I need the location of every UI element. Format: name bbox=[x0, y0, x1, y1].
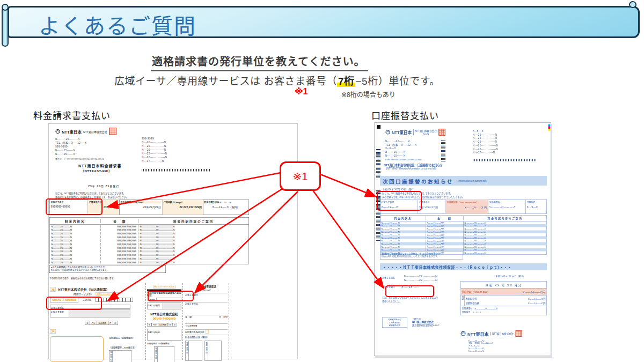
payment-code-line: 9999999999&19999&19999&19511 bbox=[385, 159, 422, 161]
slip-notice-column: 28 NTT東日本株式会社（払込通知票） （専用サービス等） 通常払込料金加入者… bbox=[50, 283, 144, 360]
notice-band: 次回口座振替のお知らせ （Information on current bill… bbox=[380, 176, 547, 186]
issuer-block: （発行元） NTT東日本株式会社 東京都新宿区西新宿3-19-2 bbox=[412, 317, 440, 327]
highlight-box-slip-customer-number bbox=[46, 297, 102, 310]
debit-header: NTT東日本 NTT東日本株式会社 N-5-N bbox=[385, 129, 445, 136]
table-row: N--------20--------N X------15------X円 N… bbox=[380, 239, 547, 242]
table-row: N--------20--------N 999,999,999,999 N--… bbox=[50, 260, 249, 264]
document-title: NTT東日本料金等領収証・口座振替のお知らせ [NTT EAST Receipt… bbox=[384, 163, 443, 170]
payment-code-line: 専用コード 9999999999&19999&19999&19511 bbox=[55, 158, 104, 160]
slip-copy-customer-number-field: お客さま番号 bbox=[147, 302, 181, 309]
table-header: 料金内訳名 金 額 料金内訳内容のご案内 bbox=[380, 216, 547, 221]
company-seal-stamp bbox=[438, 129, 445, 136]
table-row: N--------20--------N X------15------X円 N… bbox=[380, 233, 547, 237]
debit-amount-cell: 次回振替額（Total amount due） X------14------X… bbox=[446, 200, 488, 214]
table-row: N--------20--------N 999,999,999,999 N--… bbox=[50, 242, 249, 246]
recipient-address-block: 999-9999N---20-------------N N---20-----… bbox=[142, 137, 167, 163]
table-row: N--------20--------N X------15------X円 N… bbox=[380, 227, 547, 231]
account-number-cell: 口座番号 X---9---X bbox=[526, 200, 547, 214]
arrow-to-debit-customer-number bbox=[320, 174, 375, 196]
slide: よくあるご質問 適格請求書の発行単位を教えてください。 広域イーサ／専用線サービ… bbox=[0, 0, 644, 362]
address-window bbox=[50, 336, 104, 362]
table-row: N--------20--------N 999,999,999,999 N--… bbox=[50, 246, 249, 250]
invoice-document: NTT東日本 NTT東日本株式会社 N--------20--------NTE… bbox=[48, 123, 298, 359]
slip-code-28: 28 bbox=[50, 287, 56, 291]
ntt-logo-icon bbox=[55, 129, 60, 134]
charge-breakdown-table: 料金内訳名 金 額 料金内訳内容のご案内 N--------20--------… bbox=[380, 215, 547, 255]
table-row: N--------20--------N 999,999,999,999 N--… bbox=[50, 253, 249, 257]
table-row: N--------20--------N X------15------X円 N… bbox=[380, 242, 547, 246]
color-registration-dots bbox=[548, 124, 551, 131]
brand-name: NTT東日本 bbox=[62, 129, 82, 135]
payment-date-strip: 年月分 払込期限 月日 bbox=[85, 321, 144, 326]
receipt-stamp-box: 領収日付印 bbox=[109, 350, 131, 362]
banner-scroll-curl-right bbox=[629, 1, 636, 8]
late-fee-note: ●お支払期限後に支払われた場合は年14.5％（1日当たり約0.04％）の延滞利息… bbox=[49, 265, 166, 273]
footer-contact-lines: N------15------N TEL（無料）X----12----X 〒X-… bbox=[469, 339, 493, 352]
receipt-stamp-box: 領収日付印 bbox=[154, 346, 174, 362]
section-label-transfer: 口座振替支払い bbox=[371, 108, 439, 122]
bill-month-cell: ご請求年月 令和 XX年XX月分 bbox=[418, 200, 446, 214]
customer-barcode bbox=[473, 159, 537, 161]
note-8keta: ※8桁の場合もあり bbox=[341, 90, 396, 99]
contact-cell: 料金お問合せ先 N----10----N X-----12-----X（無料） bbox=[203, 200, 249, 215]
highlight-box-debit-customer-number bbox=[377, 191, 422, 211]
company-seal-stamp bbox=[515, 330, 522, 337]
table-row: N--------20--------N 999,999,999,999 N--… bbox=[50, 239, 249, 242]
customer-barcode bbox=[142, 169, 210, 172]
company-name: NTT東日本株式会社 bbox=[83, 129, 107, 134]
table-header: 料金内訳名 金 額 料金内訳内容のご案内 bbox=[50, 218, 249, 225]
table-row: N--------20--------N 999,999,999,999 N--… bbox=[50, 225, 249, 228]
receipt-stamp-box: 領収日付印 bbox=[204, 341, 222, 361]
table-row: N--------20--------N X------15------X円 N… bbox=[380, 221, 547, 225]
brand-name: NTT東日本 bbox=[392, 129, 412, 135]
fee-burden-tag: 通常払込料金加入者負担 bbox=[96, 292, 119, 295]
receipt-band: ・・・・・ＮＴＴ東日本株式会社領収証・・・（Ｒｅｃｅｉｐｔ）・・・ bbox=[380, 263, 547, 270]
table-row: N--------20--------N X------15------X円 N… bbox=[380, 230, 547, 233]
highlight-7keta: 7桁 bbox=[337, 76, 356, 87]
arrow-to-receipt-customer-number bbox=[313, 190, 383, 287]
page-title: よくあるご質問 bbox=[39, 9, 196, 40]
receipt-stamp-box: 領収日付印 bbox=[185, 341, 202, 361]
issue-date: Z9年 Z9月 Z9日発行 bbox=[88, 184, 119, 188]
sender-address-block: N--------20--------NTEL（無料）X----12----X … bbox=[385, 139, 417, 158]
direct-debit-document: NTT東日本 NTT東日本株式会社 N-5-N N--------20-----… bbox=[374, 122, 551, 356]
footer-logo: NTT東日本 NTT東日本株式会社 bbox=[460, 330, 522, 337]
section-label-invoice: 料金請求書支払い bbox=[33, 108, 111, 122]
due-date-cell: お支払期限（Due Date） Z9年Z9月Z9日 bbox=[120, 200, 163, 215]
question-title: 適格請求書の発行単位を教えてください。 bbox=[151, 53, 368, 71]
amount-paid-box: 令和 XX 年 XX 月分 領収金額（Amount paid） X------1… bbox=[460, 281, 547, 315]
highlight-box-receipt-customer-number bbox=[385, 285, 434, 297]
highlight-box-slip-copy-customer-number bbox=[148, 291, 194, 301]
side-barcode bbox=[376, 149, 380, 178]
table-row: N--------20--------N X------15------X円 N… bbox=[380, 236, 547, 239]
table-row: N--------20--------N 999,999,999,999 N--… bbox=[50, 232, 249, 235]
charge-cell: ご請求額（Charge） 22,222,222,229円 bbox=[163, 200, 203, 215]
ref-mark-1: ※1 bbox=[295, 86, 308, 97]
table-row: N--------20--------N 999,999,999,999 N--… bbox=[50, 249, 249, 253]
registration-mark bbox=[377, 125, 380, 129]
invoice-header: NTT東日本 NTT東日本株式会社 bbox=[55, 128, 116, 135]
payment-slip: 28 NTT東日本株式会社（払込通知票） （専用サービス等） 通常払込料金加入者… bbox=[49, 283, 234, 360]
table-row: N--------20--------N 999,999,999,999 N--… bbox=[50, 228, 249, 232]
tax-stamp-note-box: 印紙税申告納付 につきNNNN 税務署承認済 bbox=[382, 317, 407, 328]
highlight-box-invoice-customer-number bbox=[46, 198, 103, 215]
charge-breakdown-table: 料金内訳名 金 額 料金内訳内容のご案内 N--------20--------… bbox=[49, 217, 249, 264]
table-row: N--------20--------N 999,999,999,999 N--… bbox=[50, 257, 249, 261]
cut-instruction: 下の部分を切り取り、裏面のあるお支払場所にてお支払い願います。 bbox=[49, 277, 115, 280]
bank-name-cell: 金融機関名 N------------23------------N bbox=[488, 200, 526, 214]
ntt-logo-icon bbox=[460, 331, 466, 336]
receipt-statement: 右記、合計金額を令和 XX年 XX月 XX日 に口座振替により領収いたしました。 bbox=[382, 297, 438, 304]
table-row: N--------20--------N X------15------X円 N… bbox=[380, 248, 547, 252]
sender-address-block: N--------20--------NTEL（無料）X----12----X … bbox=[55, 137, 87, 156]
amount-paid-row: 領収金額（Amount paid） X------14------X 円 bbox=[461, 289, 547, 295]
slip-customer-number-field: お客さま番号 bbox=[50, 310, 130, 317]
table-row: N--------20--------N 999,999,999,999 N--… bbox=[50, 235, 249, 239]
slip-code-34: 34 bbox=[50, 329, 56, 334]
recipient-address-block: X--8---XN---20-------------N N---20-----… bbox=[473, 129, 498, 154]
mid-barcode bbox=[441, 141, 445, 161]
ref-callout-box: ※1 bbox=[280, 161, 321, 191]
late-fee-note: ●振替日に振替が出来なかった場合は、年14.5％（1日当たり約0.04％）の延滞… bbox=[380, 252, 463, 260]
receipt-issue-date: 令和 XX年 XX月 XX日（発行） bbox=[495, 275, 525, 278]
orange-seal-box bbox=[206, 330, 209, 334]
table-row: N--------20--------N X------15------X円 N… bbox=[380, 245, 547, 248]
